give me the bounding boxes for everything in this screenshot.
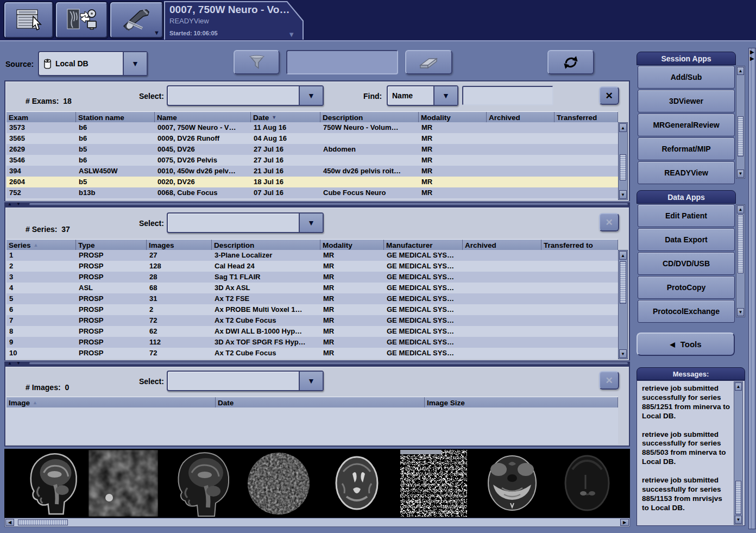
scroll-down-button[interactable]: ▼ — [619, 349, 627, 358]
filter-button[interactable] — [234, 50, 280, 74]
column-header-date[interactable]: Date▼ — [251, 112, 320, 123]
source-dropdown-arrow-icon[interactable]: ▼ — [123, 52, 147, 75]
column-header-image[interactable]: Image▲ — [7, 397, 216, 408]
data-app-button[interactable]: Edit Patient — [638, 204, 735, 227]
thumbnail-axial-t2-skull-base[interactable] — [480, 450, 544, 517]
series-vertical-scrollbar[interactable]: ▲ ▼ — [618, 250, 628, 359]
erase-filter-button[interactable] — [405, 50, 452, 74]
thumbnail-static-noise[interactable] — [400, 450, 467, 517]
column-header-description[interactable]: Description — [320, 112, 419, 123]
find-field-dropdown[interactable]: Name ▼ — [387, 85, 458, 106]
column-header-archived[interactable]: Archived — [463, 240, 541, 250]
filter-text-field[interactable] — [286, 50, 398, 74]
scroll-up-button[interactable]: ▲ — [737, 67, 744, 75]
session-app-button[interactable]: MRGeneralReview — [638, 114, 735, 136]
series-select-arrow-icon[interactable]: ▼ — [299, 214, 323, 232]
column-header-transferred-to[interactable]: Transferred to — [541, 240, 618, 250]
column-header-modality[interactable]: Modality — [419, 112, 487, 123]
series-row[interactable]: 4ASL683D Ax ASLMRGE MEDICAL SYS… — [7, 283, 618, 293]
exams-select-arrow-icon[interactable]: ▼ — [299, 86, 323, 105]
source-dropdown[interactable]: Local DB ▼ — [38, 51, 148, 76]
column-header-images[interactable]: Images — [147, 240, 212, 250]
tools-button[interactable]: ◀ Tools — [637, 333, 735, 356]
find-field-arrow-icon[interactable]: ▼ — [433, 86, 457, 105]
thumbnail-calibration-noise-sphere[interactable] — [244, 450, 313, 517]
images-clear-button[interactable]: ✕ — [599, 371, 619, 390]
service-tools-button[interactable]: ▼ — [110, 2, 163, 38]
refresh-button[interactable] — [547, 50, 594, 74]
series-row[interactable]: 3PROSP28Sag T1 FLAIRMRGE MEDICAL SYS… — [7, 272, 618, 283]
exams-series-splitter[interactable]: ▲ ▼ — [4, 202, 630, 206]
data-app-button[interactable]: CD/DVD/USB — [638, 252, 735, 275]
scroll-up-button[interactable]: ▲ — [735, 382, 742, 391]
exam-row[interactable]: 2629b50045, DV2627 Jul 16AbdomenMR — [7, 144, 618, 155]
column-header-image-size[interactable]: Image Size — [425, 397, 618, 408]
series-select-dropdown[interactable]: ▼ — [167, 212, 324, 233]
splitter-up-icon[interactable]: ▲ — [8, 202, 12, 206]
data-app-button[interactable]: ProtoCopy — [638, 276, 735, 299]
column-header-name[interactable]: Name — [155, 112, 251, 123]
thumbnail-axial-t2-brain[interactable] — [327, 450, 387, 517]
exams-vertical-scrollbar[interactable]: ▲ ▼ — [618, 122, 628, 200]
find-input[interactable] — [462, 86, 553, 105]
column-header-series[interactable]: Series▲ — [7, 240, 76, 250]
series-row[interactable]: 7PROSP72Ax T2 Cube FocusMRGE MEDICAL SYS… — [7, 315, 618, 326]
session-app-button[interactable]: READYView — [638, 161, 735, 184]
exams-select-dropdown[interactable]: ▼ — [167, 85, 324, 106]
scroll-up-button[interactable]: ▲ — [737, 205, 744, 214]
patient-list-button[interactable] — [4, 2, 53, 38]
thumbnail-asl-perfusion-noise[interactable] — [89, 450, 158, 517]
session-tab-caret-icon[interactable]: ▼ — [288, 30, 295, 39]
data-app-button[interactable]: Data Export — [638, 228, 735, 251]
exam-row[interactable]: 3546b60075, DV26 Pelvis27 Jul 16MR — [7, 155, 618, 166]
scroll-thumb[interactable] — [738, 215, 744, 273]
data-app-button[interactable]: ProtocolExchange — [638, 300, 735, 323]
exam-row[interactable]: 2604b50020, DV2618 Jul 16MR — [7, 177, 618, 187]
scroll-right-button[interactable]: ▶ — [620, 519, 629, 526]
images-select-arrow-icon[interactable]: ▼ — [299, 372, 323, 390]
scroll-thumb[interactable] — [18, 519, 68, 525]
exam-row[interactable]: 3565b60009, DV26 Runoff04 Aug 16MR — [7, 133, 618, 144]
column-header-archived[interactable]: Archived — [487, 112, 555, 123]
session-apps-scrollbar[interactable]: ▲ ▼ — [736, 66, 745, 179]
session-tab[interactable]: 0007, 750W Neuro - Vo… READYView Started… — [164, 1, 304, 40]
column-header-modality[interactable]: Modality — [320, 240, 384, 250]
find-clear-button[interactable]: ✕ — [599, 86, 619, 105]
series-images-splitter[interactable]: ▲ ▼ — [4, 361, 630, 366]
column-header-exam[interactable]: Exam — [7, 112, 76, 123]
column-header-manufacturer[interactable]: Manufacturer — [384, 240, 463, 250]
column-header-date[interactable]: Date — [216, 397, 425, 408]
filmstrip-horizontal-scrollbar[interactable]: ◀ ▶ — [4, 518, 630, 527]
column-header-description[interactable]: Description — [212, 240, 320, 250]
scroll-thumb[interactable] — [735, 481, 741, 515]
scroll-thumb[interactable] — [738, 116, 744, 156]
exam-row[interactable]: 394ASLW450W0010, 450w dv26 pelv…21 Jul 1… — [7, 166, 618, 177]
session-app-button[interactable]: Add/Sub — [638, 66, 735, 89]
session-app-button[interactable]: 3DViewer — [638, 90, 735, 112]
scroll-left-button[interactable]: ◀ — [5, 519, 14, 526]
scroll-down-button[interactable]: ▼ — [737, 308, 744, 316]
series-clear-button[interactable]: ✕ — [599, 213, 619, 231]
series-row[interactable]: 9PROSP1123D Ax TOF SPGR FS Hyp…MRGE MEDI… — [7, 337, 618, 348]
thumbnail-sagittal-t1-head[interactable] — [159, 450, 243, 517]
series-row[interactable]: 5PROSP31Ax T2 FSEMRGE MEDICAL SYS… — [7, 293, 618, 304]
scroll-thumb[interactable] — [620, 154, 626, 180]
expand-right-icon[interactable]: ▶ — [750, 56, 754, 61]
exam-row[interactable]: 752b13b0068, Cube Focus07 Jul 16Cube Foc… — [7, 187, 618, 198]
images-select-dropdown[interactable]: ▼ — [167, 371, 324, 391]
column-header-transferred[interactable]: Transferred — [555, 112, 618, 123]
session-app-button[interactable]: Reformat/MIP — [638, 137, 735, 160]
splitter-down-icon[interactable]: ▼ — [16, 202, 21, 206]
scroll-down-button[interactable]: ▼ — [735, 516, 742, 524]
scroll-up-button[interactable]: ▲ — [619, 251, 627, 260]
scroll-down-button[interactable]: ▼ — [619, 190, 627, 199]
thumbnail-faint-axial-brain[interactable] — [554, 450, 620, 517]
data-apps-scrollbar[interactable]: ▲ ▼ — [736, 204, 745, 317]
splitter-up-icon[interactable]: ▲ — [8, 361, 12, 366]
column-header-station-name[interactable]: Station name — [76, 112, 155, 123]
expand-right-icon[interactable]: ▶ — [750, 49, 754, 55]
image-transfer-button[interactable] — [56, 2, 108, 38]
scroll-thumb[interactable] — [620, 261, 626, 304]
scroll-up-button[interactable]: ▲ — [619, 123, 627, 132]
series-row[interactable]: 8PROSP62Ax DWI ALL B-1000 Hyp…MRGE MEDIC… — [7, 326, 618, 337]
